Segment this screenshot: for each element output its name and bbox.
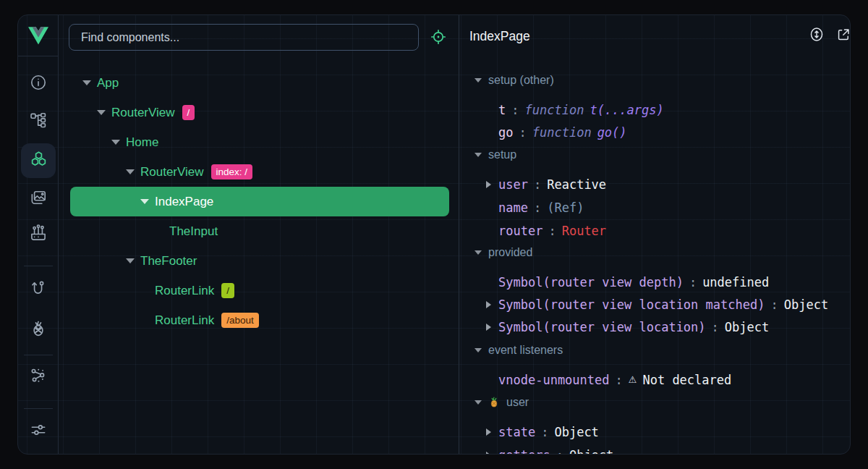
sidebar-item-overview[interactable] xyxy=(21,67,56,101)
sidebar-item-graph[interactable] xyxy=(21,360,56,394)
prop-row-user[interactable]: user : Reactive xyxy=(459,173,851,195)
open-in-editor-button[interactable] xyxy=(835,27,851,44)
tree-node-thefooter[interactable]: TheFooter xyxy=(70,246,449,276)
tree-node-label: TheFooter xyxy=(140,254,197,269)
expander-spacer xyxy=(140,287,149,295)
separator: : xyxy=(511,103,519,117)
sidebar-divider xyxy=(24,355,53,355)
prop-value: Reactive xyxy=(547,177,606,192)
tree-node-label: IndexPage xyxy=(155,195,213,209)
section-setup-other[interactable]: setup (other) xyxy=(474,72,554,88)
pineapple-icon xyxy=(29,319,48,341)
tree-node-routerview[interactable]: RouterView / xyxy=(70,98,449,127)
prop-key: Symbol(router view location) xyxy=(498,320,706,334)
separator: : xyxy=(770,297,778,312)
separator: : xyxy=(556,448,563,455)
levels-icon xyxy=(29,224,48,245)
section-expander-icon[interactable] xyxy=(474,248,482,257)
tree-node-routerlink-about[interactable]: RouterLink /about xyxy=(70,305,449,335)
expander-icon[interactable] xyxy=(97,109,106,117)
prop-value: Object xyxy=(725,320,769,334)
tree-node-app[interactable]: App xyxy=(70,68,449,98)
warning-icon xyxy=(629,374,637,385)
route-badge: /about xyxy=(221,313,259,328)
components-hexagons-icon xyxy=(29,150,48,172)
prop-row-go[interactable]: go : function go() xyxy=(459,121,851,143)
expand-arrow-icon[interactable] xyxy=(486,301,491,308)
expander-icon[interactable] xyxy=(140,198,149,206)
prop-value: undefined xyxy=(702,275,769,290)
expand-arrow-icon[interactable] xyxy=(486,324,491,331)
sidebar-item-settings[interactable] xyxy=(21,414,56,449)
section-expander-icon[interactable] xyxy=(474,398,482,407)
sidebar-item-pages[interactable] xyxy=(21,104,56,139)
section-label: provided xyxy=(488,246,532,259)
tree-node-theinput[interactable]: TheInput xyxy=(70,216,449,246)
prop-key: user xyxy=(498,177,528,192)
separator: : xyxy=(689,275,697,290)
expander-icon[interactable] xyxy=(111,138,120,147)
route-badge: / xyxy=(182,105,195,120)
tree-node-routerlink-home[interactable]: RouterLink / xyxy=(70,276,449,305)
route-badge: / xyxy=(221,283,234,298)
component-details-panel: IndexPage setup (other) t xyxy=(459,15,851,454)
prop-row-router-view-depth[interactable]: Symbol(router view depth) : undefined xyxy=(459,271,851,293)
sidebar-divider xyxy=(24,266,53,266)
vue-logo[interactable] xyxy=(18,15,59,56)
prop-row-getters[interactable]: getters : Object xyxy=(459,444,851,454)
prop-row-name[interactable]: name : (Ref) xyxy=(459,196,851,219)
section-event-listeners[interactable]: event listeners xyxy=(474,342,563,358)
prop-row-vnode-unmounted[interactable]: vnode-unmounted : Not declared xyxy=(459,368,851,391)
separator: : xyxy=(534,200,541,215)
external-link-icon xyxy=(835,27,851,45)
sidebar-item-pinia[interactable] xyxy=(21,313,56,347)
devtools-panel: App RouterView / Home RouterView index: … xyxy=(17,14,851,455)
separator: : xyxy=(534,177,541,192)
prop-row-t[interactable]: t : function t(...args) xyxy=(459,98,851,121)
expander-spacer xyxy=(140,316,149,325)
component-tree: App RouterView / Home RouterView index: … xyxy=(70,68,449,335)
expand-arrow-icon[interactable] xyxy=(486,452,491,455)
crosshair-icon xyxy=(430,28,447,48)
prop-row-router[interactable]: router : Router xyxy=(459,219,851,242)
section-provided[interactable]: provided xyxy=(474,245,532,261)
expand-arrow-icon[interactable] xyxy=(486,181,491,188)
section-expander-icon[interactable] xyxy=(474,151,482,159)
prop-value: Object xyxy=(784,297,828,312)
prop-row-router-view-location-matched[interactable]: Symbol(router view location matched) : O… xyxy=(459,293,851,316)
components-tree-panel: App RouterView / Home RouterView index: … xyxy=(59,15,459,454)
section-setup[interactable]: setup xyxy=(474,147,516,163)
sidebar-item-assets[interactable] xyxy=(21,182,56,217)
sidebar xyxy=(18,15,59,454)
expander-icon[interactable] xyxy=(126,168,135,177)
section-pinia-user-store[interactable]: user xyxy=(474,394,529,410)
scroll-to-component-button[interactable] xyxy=(808,27,825,44)
tree-node-label: Home xyxy=(126,135,158,150)
tree-node-home[interactable]: Home xyxy=(70,127,449,157)
sidebar-item-components[interactable] xyxy=(21,143,56,178)
separator: : xyxy=(548,224,556,238)
tree-node-label: RouterLink xyxy=(155,284,214,298)
expand-arrow-icon[interactable] xyxy=(486,428,491,436)
tree-node-label: RouterView xyxy=(111,106,175,120)
sidebar-item-router[interactable] xyxy=(21,273,56,308)
sidebar-item-timeline[interactable] xyxy=(21,217,56,252)
prop-value-signature: t(...args) xyxy=(590,103,663,117)
tree-node-routerview-index[interactable]: RouterView index: / xyxy=(70,157,449,187)
tree-node-indexpage-selected[interactable]: IndexPage xyxy=(70,187,449,216)
expander-icon[interactable] xyxy=(82,79,91,88)
section-expander-icon[interactable] xyxy=(474,346,482,355)
prop-row-state[interactable]: state : Object xyxy=(459,421,851,443)
prop-row-router-view-location[interactable]: Symbol(router view location) : Object xyxy=(459,316,851,338)
prop-key: t xyxy=(498,103,506,117)
separator: : xyxy=(519,125,526,140)
section-label: setup (other) xyxy=(488,74,554,87)
tree-node-label: TheInput xyxy=(169,224,218,239)
prop-value: Object xyxy=(554,425,598,439)
expander-icon[interactable] xyxy=(126,257,135,266)
inspect-target-button[interactable] xyxy=(428,28,448,48)
section-expander-icon[interactable] xyxy=(474,76,482,85)
prop-key: Symbol(router view location matched) xyxy=(498,297,765,312)
search-input[interactable] xyxy=(69,24,419,51)
scroll-arrows-icon xyxy=(809,26,825,45)
